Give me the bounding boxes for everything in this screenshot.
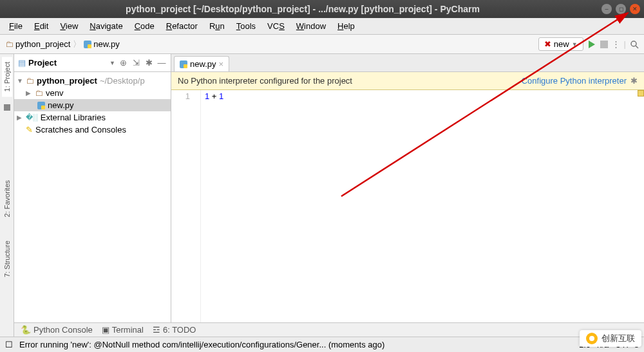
python-file-icon (37, 102, 45, 109)
tree-file-new[interactable]: new.py (14, 99, 171, 111)
tab-python-console[interactable]: 🐍 Python Console (21, 325, 93, 335)
gutter-tab-structure[interactable]: 7: Structure (2, 236, 12, 283)
editor-tab-new[interactable]: new.py × (174, 56, 229, 71)
chevron-right-icon[interactable]: ▶ (17, 114, 23, 121)
locate-icon[interactable]: ⊕ (118, 58, 128, 68)
menu-navigate[interactable]: Navigate (84, 20, 128, 32)
status-msg-icon[interactable]: ☐ (5, 340, 13, 349)
tab-todo-label: 6: TODO (163, 325, 196, 335)
editor-tabs: new.py × (171, 54, 644, 72)
close-button[interactable]: ✕ (630, 4, 640, 14)
svg-marker-0 (589, 41, 595, 48)
tab-todo[interactable]: ☲ 6: TODO (153, 325, 196, 335)
project-panel-title[interactable]: Project (28, 58, 107, 68)
tree-scratches-label: Scratches and Consoles (35, 125, 126, 134)
menu-vcs[interactable]: VCS (262, 20, 290, 32)
tree-root[interactable]: ▼ 🗀 python_project ~/Desktop/p (14, 75, 171, 87)
menu-window[interactable]: Window (291, 20, 331, 32)
console-icon: 🐍 (21, 325, 31, 335)
tab-terminal-label: Terminal (112, 325, 144, 335)
tree-external-libraries[interactable]: ▶ �░ External Libraries (14, 111, 171, 124)
scratch-icon: ✎ (26, 125, 33, 134)
tree-root-path: ~/Desktop/p (100, 76, 145, 86)
breadcrumb-file[interactable]: new.py (84, 39, 119, 49)
tree-root-label: python_project (37, 76, 97, 86)
watermark: 创新互联 (580, 330, 641, 347)
code-operator: + (209, 91, 219, 101)
more-button[interactable]: ⋮ (612, 39, 620, 49)
tree-scratches[interactable]: ▶ ✎ Scratches and Consoles (14, 124, 171, 136)
banner-text: No Python interpreter configured for the… (178, 76, 522, 86)
terminal-icon: ▣ (102, 325, 109, 335)
hide-panel-icon[interactable]: — (156, 58, 167, 68)
chevron-down-icon: ▼ (572, 41, 578, 48)
code-editor[interactable]: 1 1 + 1 (171, 90, 644, 337)
line-number: 1 (171, 91, 190, 101)
project-tree: ▼ 🗀 python_project ~/Desktop/p ▶ 🗀 venv … (14, 72, 171, 138)
breadcrumb-root[interactable]: 🗀 python_project (5, 39, 70, 49)
folder-icon: 🗀 (26, 76, 34, 86)
left-gutter: 1: Project 2: Favorites 7: Structure (0, 54, 14, 337)
tree-venv-label: venv (46, 88, 63, 98)
status-message[interactable]: Error running 'new': @NotNull method com… (19, 340, 573, 349)
minimize-button[interactable]: – (601, 4, 612, 14)
maximize-button[interactable]: ◻ (616, 4, 626, 14)
menu-edit[interactable]: Edit (29, 20, 53, 32)
configure-interpreter-link[interactable]: Configure Python interpreter (522, 76, 627, 86)
main-area: 1: Project 2: Favorites 7: Structure ▤ P… (0, 54, 644, 337)
menu-code[interactable]: Code (129, 20, 160, 32)
chevron-down-icon[interactable]: ▼ (17, 77, 23, 84)
tab-terminal[interactable]: ▣ Terminal (102, 325, 144, 335)
gutter-tab-favorites[interactable]: 2: Favorites (2, 175, 12, 222)
todo-icon: ☲ (153, 325, 160, 335)
menu-file[interactable]: File (4, 20, 28, 32)
menu-tools[interactable]: Tools (231, 20, 261, 32)
code-literal: 1 (219, 91, 223, 101)
svg-line-3 (636, 46, 638, 48)
collapse-icon[interactable]: ⇲ (131, 58, 141, 68)
chevron-down-icon[interactable]: ▼ (109, 60, 115, 66)
run-config-label: new (554, 39, 569, 49)
tree-file-label: new.py (48, 100, 73, 110)
search-button[interactable] (630, 40, 639, 49)
bookmark-icon[interactable] (4, 104, 10, 111)
project-panel-header: ▤ Project ▼ ⊕ ⇲ ✱ — (14, 54, 171, 72)
window-title: python_project [~/Desktop/python_project… (4, 4, 601, 14)
warning-marker[interactable] (638, 90, 644, 97)
watermark-text: 创新互联 (601, 333, 635, 344)
project-panel: ▤ Project ▼ ⊕ ⇲ ✱ — ▼ 🗀 python_project ~… (14, 54, 171, 337)
statusbar: ☐ Error running 'new': @NotNull method c… (0, 337, 644, 352)
menu-run[interactable]: Run (204, 20, 230, 32)
folder-icon: 🗀 (5, 39, 14, 49)
svg-point-2 (631, 41, 636, 46)
titlebar: python_project [~/Desktop/python_project… (0, 0, 644, 18)
folder-icon: 🗀 (35, 88, 43, 98)
breadcrumb-file-label: new.py (93, 39, 119, 49)
window-controls: – ◻ ✕ (601, 4, 640, 14)
gutter-tab-project[interactable]: 1: Project (2, 57, 12, 97)
project-view-icon: ▤ (18, 58, 26, 68)
editor-area: new.py × No Python interpreter configure… (171, 54, 644, 337)
close-tab-icon[interactable]: × (218, 59, 223, 69)
menu-help[interactable]: Help (332, 20, 360, 32)
chevron-right-icon[interactable]: ▶ (26, 89, 32, 97)
gear-icon[interactable]: ✱ (144, 58, 154, 68)
menubar: File Edit View Navigate Code Refactor Ru… (0, 18, 644, 35)
run-button[interactable] (587, 40, 596, 49)
python-file-icon (84, 41, 91, 48)
svg-rect-1 (600, 41, 608, 48)
navbar: 🗀 python_project 〉 new.py ✖ new ▼ ⋮ | (0, 35, 644, 54)
stop-button[interactable] (600, 41, 608, 48)
menu-view[interactable]: View (55, 20, 83, 32)
python-file-icon (180, 60, 187, 68)
code-content[interactable]: 1 + 1 (201, 90, 227, 337)
menu-refactor[interactable]: Refactor (161, 20, 203, 32)
tree-venv[interactable]: ▶ 🗀 venv (14, 87, 171, 99)
run-config-selector[interactable]: ✖ new ▼ (538, 37, 583, 51)
tab-python-console-label: Python Console (33, 325, 93, 335)
gear-icon[interactable]: ✱ (630, 76, 638, 86)
bottom-tool-tabs: 🐍 Python Console ▣ Terminal ☲ 6: TODO (14, 322, 644, 337)
interpreter-banner: No Python interpreter configured for the… (171, 72, 644, 90)
run-config-error-icon: ✖ (544, 39, 551, 49)
editor-tab-label: new.py (190, 59, 216, 69)
